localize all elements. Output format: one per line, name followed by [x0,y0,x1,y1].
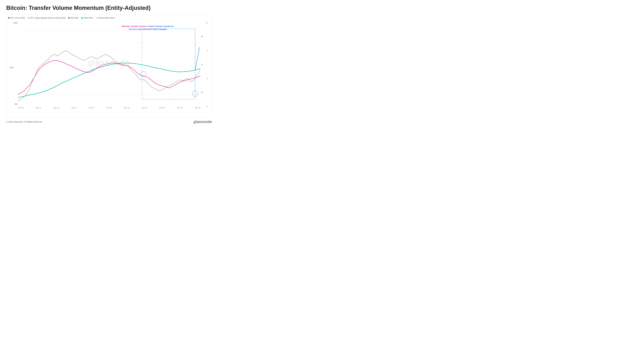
y-right-1b: 1B [201,92,208,94]
x-label-oct22: Oct '22 [159,107,165,109]
footer-logo: glassnode [194,120,212,124]
y-right-8: 8 [201,50,208,52]
y-right-6: 6 [201,78,208,80]
x-label-jul21: Jul '21 [72,107,76,109]
legend-btc-price: BTC: Price [USD] [8,17,25,19]
legend-positive-momentum: Positive Momentum [96,17,114,19]
legend-dash: - [117,17,118,19]
footer: © 2023 Glassnode. All Rights Reserved. g… [6,120,212,124]
legend-30d-sma: 30D-SMA [68,17,78,19]
legend-btc-price-label: BTC: Price [USD] [10,17,25,19]
footer-copyright: © 2023 Glassnode. All Rights Reserved. [6,121,42,123]
x-label-oct20: Oct '20 [18,107,24,109]
chart-container: BTC: Price [USD] BTC: Entity-Adjusted Vo… [6,14,212,117]
y-left-60k: $60k [10,22,18,24]
x-label-apr21: Apr '21 [54,107,59,109]
legend-positive-momentum-label: Positive Momentum [98,17,114,19]
chart-legend: BTC: Price [USD] BTC: Entity-Adjusted Vo… [8,17,210,19]
y-left-20k: $20k [10,66,14,68]
x-label-jan22: Jan '22 [106,107,112,109]
x-label-apr23: Apr '23 [195,107,200,109]
legend-btc-volume: BTC: Entity-Adjusted Volume (Total) [USD… [28,17,65,19]
legend-dash-label: - [117,17,118,19]
y-left-8k: $8k [15,103,18,105]
svg-point-9 [141,72,146,77]
legend-btc-volume-label: BTC: Entity-Adjusted Volume (Total) [USD… [30,17,65,19]
x-label-jan23: Jan '23 [177,107,182,109]
page-title: Bitcoin: Transfer Volume Momentum (Entit… [6,5,212,11]
x-label-jan21: Jan '21 [36,107,41,109]
y-right-10: 10 [201,22,208,24]
y-right-4b: 4B [201,64,208,66]
legend-365d-sma-label: 365D-SMA [84,17,93,19]
y-right-4: 4 [201,106,208,108]
legend-365d-sma: 365D-SMA [82,17,93,19]
main-chart-svg [18,20,200,104]
legend-30d-sma-label: 30D-SMA [70,17,78,19]
x-label-jul22: Jul '22 [142,107,147,109]
svg-rect-8 [142,28,195,99]
x-label-oct21: Oct '21 [89,107,94,109]
x-label-apr22: Apr '22 [124,107,130,109]
y-right-8b: 8B [201,36,208,38]
